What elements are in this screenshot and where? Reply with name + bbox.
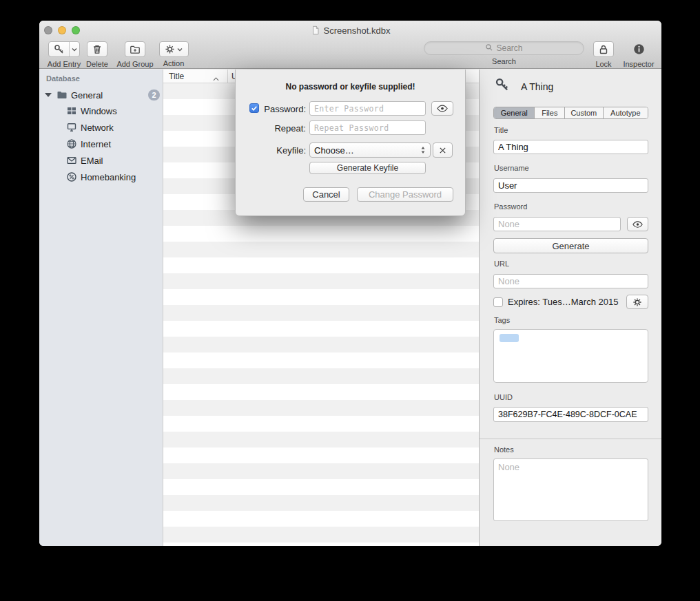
expires-settings-button[interactable]	[626, 295, 648, 309]
trash-icon	[87, 41, 107, 57]
uuid-input[interactable]	[493, 407, 648, 422]
password-checkbox[interactable]	[249, 103, 259, 113]
inspector-panel: A Thing General Files Custom Autotype Ti…	[479, 70, 661, 546]
generate-password-button[interactable]: Generate	[493, 238, 648, 253]
action-label: Action	[158, 59, 189, 67]
email-envelope-icon	[66, 155, 77, 166]
sheet-message: No password or keyfile supplied!	[236, 82, 465, 92]
sheet-reveal-password-button[interactable]	[431, 101, 453, 116]
gear-icon	[165, 44, 175, 54]
homebanking-coin-icon	[66, 171, 77, 182]
sidebar-item-label: EMail	[81, 156, 103, 166]
add-entry-button[interactable]: Add Entry	[45, 41, 83, 68]
lock-button[interactable]: Lock	[590, 41, 617, 68]
title-field-label: Title	[494, 126, 508, 134]
uuid-label: UUID	[494, 393, 513, 401]
url-input[interactable]	[493, 274, 648, 288]
search-field-item: Search Search	[424, 41, 584, 65]
entry-key-icon	[495, 78, 510, 96]
document-icon	[311, 25, 320, 35]
sidebar-item-internet[interactable]: Internet	[39, 136, 160, 152]
keyfile-popup-value: Choose…	[314, 145, 354, 156]
tag-chip[interactable]	[500, 334, 519, 342]
sidebar-section-database: Database	[46, 74, 80, 83]
window-title: Screenshot.kdbx	[39, 21, 661, 40]
entry-count-badge: 2	[148, 89, 160, 101]
notes-textarea[interactable]	[493, 458, 648, 521]
sidebar-item-label: Network	[81, 123, 114, 133]
windows-icon	[66, 105, 77, 116]
eye-icon	[632, 221, 643, 228]
expires-checkbox[interactable]	[493, 297, 503, 307]
sheet-keyfile-label: Keyfile:	[260, 145, 306, 156]
popup-arrows-icon	[420, 146, 426, 154]
add-entry-label: Add Entry	[45, 60, 83, 68]
disclosure-triangle-icon[interactable]	[45, 93, 52, 97]
sidebar-item-homebanking[interactable]: Homebanking	[39, 169, 160, 185]
sheet-repeat-label: Repeat:	[260, 123, 306, 134]
reveal-password-button[interactable]	[627, 217, 648, 231]
add-group-folder-icon	[125, 41, 145, 57]
sidebar-item-email[interactable]: EMail	[39, 152, 160, 169]
delete-label: Delete	[82, 60, 112, 68]
internet-globe-icon	[66, 138, 77, 149]
info-icon	[633, 41, 645, 57]
sheet-password-input[interactable]	[309, 101, 426, 116]
url-field-label: URL	[494, 260, 509, 268]
action-button[interactable]: Action	[158, 41, 189, 67]
sidebar-item-label: Homebanking	[81, 172, 136, 182]
password-input[interactable]	[493, 217, 621, 231]
generate-keyfile-button[interactable]: Generate Keyfile	[309, 162, 426, 174]
notes-label: Notes	[494, 445, 514, 454]
clear-keyfile-button[interactable]	[433, 143, 453, 158]
folder-icon	[56, 89, 68, 101]
password-field-label: Password	[494, 202, 527, 211]
add-group-button[interactable]: Add Group	[115, 41, 155, 68]
sidebar: Database General 2 Windows Network	[39, 70, 163, 546]
window-chrome: Screenshot.kdbx Add Entry Delete	[39, 21, 661, 69]
sidebar-item-windows[interactable]: Windows	[39, 103, 160, 119]
change-password-sheet: No password or keyfile supplied! Passwor…	[235, 70, 466, 216]
cancel-button[interactable]: Cancel	[303, 187, 349, 202]
column-header-title[interactable]: Title	[169, 72, 184, 81]
tags-label: Tags	[494, 316, 510, 324]
expires-label: Expires: Tues…March 2015	[508, 297, 618, 307]
title-input[interactable]	[493, 140, 648, 154]
tags-box[interactable]	[493, 329, 648, 383]
app-window: Screenshot.kdbx Add Entry Delete	[39, 21, 661, 546]
sidebar-group-label: General	[71, 90, 103, 101]
username-input[interactable]	[493, 178, 648, 193]
chevron-down-icon[interactable]	[70, 42, 79, 56]
tab-custom[interactable]: Custom	[565, 107, 604, 118]
search-input[interactable]: Search	[424, 41, 584, 55]
sidebar-item-label: Internet	[81, 139, 111, 149]
chevron-down-icon	[177, 48, 183, 52]
eye-icon	[437, 105, 448, 112]
column-divider[interactable]	[227, 70, 228, 83]
sidebar-item-network[interactable]: Network	[39, 119, 160, 136]
sidebar-item-label: Windows	[81, 106, 117, 116]
username-field-label: Username	[494, 164, 529, 172]
network-icon	[66, 122, 77, 133]
close-x-icon	[439, 147, 446, 154]
check-icon	[251, 105, 258, 112]
change-password-button[interactable]: Change Password	[357, 187, 453, 202]
search-label: Search	[424, 57, 584, 65]
inspector-label: Inspector	[622, 60, 655, 68]
inspector-tabs: General Files Custom Autotype	[493, 107, 648, 119]
tab-general[interactable]: General	[494, 107, 535, 118]
delete-button[interactable]: Delete	[82, 41, 112, 68]
keyfile-popup[interactable]: Choose…	[309, 143, 431, 158]
window-title-text: Screenshot.kdbx	[324, 25, 391, 36]
tab-autotype[interactable]: Autotype	[604, 107, 648, 118]
add-group-label: Add Group	[115, 60, 155, 68]
sidebar-group-general[interactable]: General 2	[39, 87, 160, 103]
sort-ascending-icon	[213, 74, 219, 83]
lock-label: Lock	[590, 60, 617, 68]
sheet-repeat-input[interactable]	[309, 120, 426, 135]
sheet-password-label: Password:	[260, 104, 306, 114]
inspector-toggle-button[interactable]: Inspector	[622, 41, 655, 68]
tab-files[interactable]: Files	[535, 107, 565, 118]
key-plus-icon	[49, 42, 70, 56]
search-icon	[485, 43, 493, 54]
